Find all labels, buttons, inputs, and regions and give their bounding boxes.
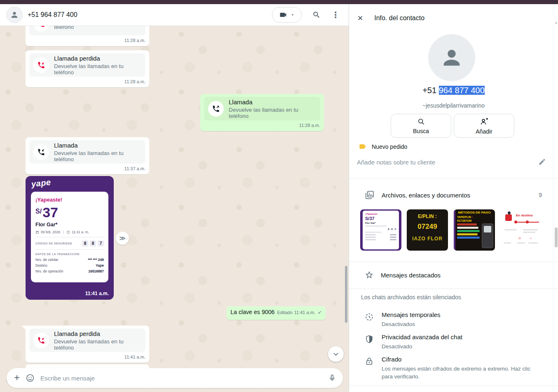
security-digit: 8: [82, 240, 88, 246]
media-library-icon: [365, 190, 375, 200]
scroll-to-bottom-button[interactable]: [328, 346, 344, 362]
search-icon: [417, 117, 425, 126]
message-list[interactable]: Devuelve las llamadas en tu teléfono 11:…: [0, 26, 349, 392]
panel-header: ✕ Info. del contacto: [357, 10, 424, 26]
person-icon: [10, 10, 19, 19]
contact-avatar-large[interactable]: [428, 34, 475, 81]
contact-info-panel: ✕ Info. del contacto +51 964 877 400 ~je…: [349, 4, 558, 392]
media-thumb-yape-receipt[interactable]: ¡Yapeaste! S/37 Flor Gar* 8 8 7: [360, 209, 401, 251]
video-camera-icon: [279, 11, 287, 19]
sent-check-icon: ✓: [318, 310, 322, 315]
forward-icon[interactable]: ≫: [116, 232, 129, 245]
mic-icon[interactable]: [328, 374, 336, 382]
yape-payee: Flor Gar*: [35, 222, 104, 228]
edit-pencil-icon[interactable]: [538, 158, 546, 166]
order-label-row[interactable]: Nuevo pedido: [359, 143, 407, 150]
missed-call-icon: [33, 26, 49, 32]
calendar-icon: [35, 230, 39, 234]
security-digit: 7: [98, 240, 104, 246]
message-time: 11:41 a.m.: [294, 310, 315, 315]
divider: [349, 289, 558, 289]
media-thumb-shipment-tracking[interactable]: En destino ⊙ ⌂: [500, 209, 542, 251]
message-key-text[interactable]: La clave es 9006 Editado 11:41 a.m. ✓: [227, 306, 326, 320]
archived-muted-note: Los chats archivados están silenciados: [361, 294, 461, 300]
message-missed-call-partial[interactable]: Devuelve las llamadas en tu teléfono 11:…: [26, 26, 149, 46]
message-body: Devuelve las llamadas en tu teléfono: [229, 107, 316, 119]
chat-scrollbar[interactable]: [345, 266, 347, 323]
message-body: Devuelve las llamadas en tu teléfono: [54, 63, 141, 75]
divider: [349, 385, 558, 386]
message-yape-receipt-image[interactable]: yape ¡Yapeaste! S/ 37 Flor Gar* 09 feb. …: [26, 176, 114, 300]
menu-kebab-icon[interactable]: ⋮: [331, 11, 340, 19]
add-contact-button[interactable]: Añadir: [454, 114, 514, 138]
starred-messages-row[interactable]: Mensajes destacados: [349, 270, 558, 280]
message-missed-call[interactable]: Llamada perdida Devuelve las llamadas en…: [26, 50, 149, 87]
star-icon: [365, 270, 374, 279]
divider: [35, 237, 104, 237]
mini-receipt: ¡Yapeaste! S/37 Flor Gar* 8 8 7: [363, 211, 399, 249]
message-body: Devuelve las llamadas en tu teléfono: [54, 338, 141, 351]
yape-tx-row: Destino Yape: [35, 263, 104, 268]
contact-phone: +51 964 877 400: [349, 86, 558, 95]
scrollbar-up-arrow[interactable]: ▲: [555, 21, 558, 25]
message-outgoing-call[interactable]: Llamada Devuelve las llamadas en tu telé…: [200, 94, 324, 131]
close-icon[interactable]: ✕: [357, 14, 363, 23]
shield-icon: [365, 335, 374, 344]
message-title: Llamada perdida: [54, 55, 141, 62]
separator: [63, 230, 63, 234]
panel-scrollbar[interactable]: ▲: [555, 21, 558, 387]
message-incoming-call[interactable]: Llamada Devuelve las llamadas en tu telé…: [26, 137, 149, 174]
panel-title: Info. del contacto: [374, 14, 424, 22]
timer-icon: [365, 312, 374, 322]
message-meta: Editado 11:41 a.m. ✓: [277, 310, 322, 315]
missed-call-icon: [33, 333, 49, 348]
yape-security-row: CÓDIGO DE SEGURIDAD 8 8 7: [35, 240, 104, 246]
emoji-icon[interactable]: [26, 373, 35, 383]
message-time: 11:37 a.m.: [29, 166, 145, 171]
yape-receipt-card: ¡Yapeaste! S/ 37 Flor Gar* 09 feb. 2026: [31, 192, 108, 282]
contact-avatar[interactable]: [6, 7, 23, 23]
message-title: Llamada: [229, 99, 316, 106]
security-digit: 8: [90, 240, 96, 246]
outgoing-call-icon: [208, 101, 224, 117]
search-chat-button[interactable]: Busca: [391, 114, 451, 138]
setting-encryption[interactable]: Cifrado Los mensajes están cifrados de e…: [349, 356, 558, 382]
lock-icon: [365, 357, 374, 366]
yape-logo: yape: [31, 178, 52, 189]
media-thumb-payment-methods[interactable]: MÉTODOS DE PAGO YAPE/PLIN : 917187249: [454, 209, 495, 251]
message-time: 11:28 a.m.: [29, 38, 145, 43]
files-count: 9: [539, 192, 542, 198]
customer-notes-input[interactable]: Añade notas sobre tu cliente: [357, 159, 435, 166]
chat-contact-name[interactable]: +51 964 877 400: [28, 11, 77, 19]
chevron-down-icon: [290, 12, 295, 17]
pos-terminal: [482, 223, 493, 248]
search-icon[interactable]: [312, 11, 321, 19]
message-text: La clave es 9006: [230, 309, 274, 315]
message-body: Devuelve las llamadas en tu teléfono: [54, 26, 141, 30]
files-links-docs-row[interactable]: Archivos, enlaces y documentos 9: [349, 190, 558, 200]
edited-label: Editado: [277, 310, 292, 315]
person-icon: [440, 46, 464, 70]
setting-advanced-privacy[interactable]: Privacidad avanzada del chat Desactivado: [349, 334, 558, 352]
divider: [349, 262, 558, 262]
video-call-button[interactable]: [272, 7, 302, 23]
message-missed-call[interactable]: Llamada perdida Devuelve las llamadas en…: [26, 326, 149, 363]
yape-tx-section-label: DATOS DE LA TRANSACCIÓN: [35, 253, 104, 256]
clock-icon: [66, 230, 70, 234]
yape-tx-row: Nro. de operación 16516887: [35, 269, 104, 273]
message-title: Llamada: [54, 142, 141, 149]
contact-actions: Busca Añadir: [391, 114, 514, 138]
scrollbar-thumb[interactable]: [555, 228, 558, 247]
divider: [349, 178, 558, 178]
composer: + Escribe un mensaje: [7, 368, 343, 388]
attach-plus-icon[interactable]: +: [14, 372, 20, 383]
contact-push-name: ~jesusdelpilarrivamarino: [349, 102, 558, 109]
setting-disappearing-messages[interactable]: Mensajes temporales Desactivados: [349, 312, 558, 330]
window-titlebar: [0, 0, 558, 4]
media-thumb-plin-number[interactable]: E/PLIN : 07249 IAZO FLOR: [407, 209, 448, 251]
selected-text: 964 877 400: [439, 86, 485, 95]
message-time: 11:28 a.m.: [29, 79, 145, 84]
label-tag-icon: [359, 143, 366, 150]
message-input[interactable]: Escribe un mensaje: [40, 375, 323, 382]
message-time: 11:41 a.m.: [29, 354, 145, 359]
